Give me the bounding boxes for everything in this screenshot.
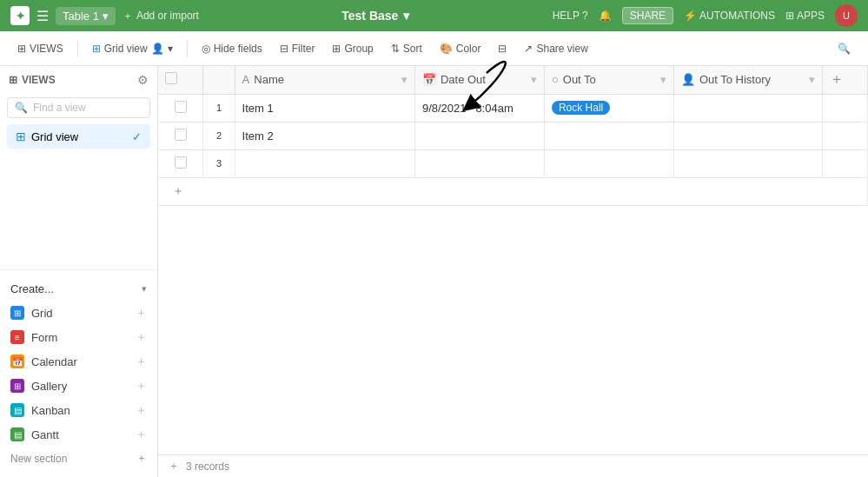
group-button[interactable]: ⊞ Group bbox=[325, 39, 380, 58]
grid-view-person-icon: 👤 bbox=[151, 43, 164, 55]
grid-footer: ＋ 3 records bbox=[158, 454, 868, 477]
th-name[interactable]: A Name ▾ bbox=[235, 66, 414, 94]
th-add-column[interactable]: ＋ bbox=[823, 66, 868, 94]
th-out-to[interactable]: ○ Out To ▾ bbox=[544, 66, 673, 94]
hamburger-icon[interactable]: ☰ bbox=[36, 8, 49, 24]
main-area: ⊞ VIEWS ⚙ 🔍 Find a view ⊞ Grid view ✓ Cr… bbox=[0, 66, 868, 477]
views-section: ⊞ Grid view ✓ bbox=[0, 122, 157, 151]
create-calendar-item[interactable]: 📅 Calendar ＋ bbox=[0, 349, 157, 374]
bell-icon: 🔔 bbox=[599, 10, 612, 22]
search-button[interactable]: 🔍 bbox=[831, 39, 858, 58]
create-grid-label: Grid bbox=[31, 307, 53, 320]
row1-checkbox[interactable] bbox=[175, 101, 187, 113]
td-out-to-3[interactable] bbox=[544, 149, 673, 177]
history-field-icon: 👤 bbox=[681, 73, 695, 86]
form-create-icon: ≡ bbox=[10, 330, 24, 344]
app-title-dropdown-icon[interactable]: ▾ bbox=[403, 9, 409, 23]
grid-view-button[interactable]: ⊞ Grid view 👤 ▾ bbox=[85, 39, 180, 58]
avatar[interactable]: U bbox=[835, 4, 858, 27]
td-name-3[interactable] bbox=[235, 149, 414, 177]
notifications-button[interactable]: 🔔 bbox=[599, 10, 612, 22]
create-gallery-item[interactable]: ⊞ Gallery ＋ bbox=[0, 374, 157, 398]
create-kanban-item[interactable]: ▤ Kanban ＋ bbox=[0, 398, 157, 422]
top-bar: ✦ ☰ Table 1 ▾ ＋ Add or import Test Base … bbox=[0, 0, 868, 31]
td-date-out-2[interactable] bbox=[414, 122, 544, 149]
color-button[interactable]: 🎨 Color bbox=[433, 39, 488, 58]
automations-button[interactable]: ⚡ AUTOMATIONS bbox=[684, 10, 775, 22]
top-bar-left: ✦ ☰ Table 1 ▾ ＋ Add or import bbox=[10, 6, 199, 25]
create-gantt-left: ▤ Gantt bbox=[10, 427, 59, 441]
table-header-row: A Name ▾ 📅 Date Out ▾ bbox=[158, 66, 868, 94]
search-view-input[interactable]: 🔍 Find a view bbox=[7, 97, 150, 118]
new-section-row[interactable]: New section ＋ bbox=[0, 447, 157, 470]
td-name-1[interactable]: Item 1 bbox=[235, 94, 414, 122]
sort-button[interactable]: ⇅ Sort bbox=[384, 39, 429, 58]
td-history-3[interactable] bbox=[673, 149, 822, 177]
create-form-item[interactable]: ≡ Form ＋ bbox=[0, 325, 157, 349]
create-gantt-item[interactable]: ▤ Gantt ＋ bbox=[0, 422, 157, 447]
share-view-button[interactable]: ↗ Share view bbox=[517, 39, 594, 58]
create-section[interactable]: Create... ▾ bbox=[0, 277, 157, 301]
add-or-import-button[interactable]: ＋ Add or import bbox=[123, 9, 199, 23]
create-label: Create... bbox=[10, 282, 54, 295]
new-section-label: New section bbox=[10, 453, 67, 465]
header-checkbox[interactable] bbox=[165, 72, 177, 84]
td-out-to-1[interactable]: Rock Hall bbox=[544, 94, 673, 122]
gantt-create-icon: ▤ bbox=[10, 427, 24, 441]
td-extra-1 bbox=[823, 94, 868, 122]
td-history-2[interactable] bbox=[673, 122, 822, 149]
plus-icon: ＋ bbox=[123, 9, 133, 23]
create-form-plus-icon: ＋ bbox=[136, 329, 147, 345]
add-column-icon[interactable]: ＋ bbox=[830, 71, 844, 86]
hide-fields-button[interactable]: ◎ Hide fields bbox=[195, 39, 269, 58]
row-height-button[interactable]: ⊟ bbox=[491, 39, 514, 58]
grid-table: A Name ▾ 📅 Date Out ▾ bbox=[158, 66, 868, 206]
td-name-2[interactable]: Item 2 bbox=[235, 122, 414, 149]
create-gantt-label: Gantt bbox=[31, 428, 59, 441]
table-tab-label: Table 1 bbox=[63, 10, 99, 23]
grid-icon: ⊞ bbox=[16, 129, 26, 143]
add-or-import-label: Add or import bbox=[136, 10, 199, 22]
td-checkbox-1[interactable] bbox=[158, 94, 203, 122]
help-button[interactable]: HELP ? bbox=[553, 10, 588, 22]
views-icon: ⊞ bbox=[17, 43, 26, 55]
views-settings-icon[interactable]: ⚙ bbox=[137, 73, 149, 87]
kanban-create-icon: ▤ bbox=[10, 403, 24, 417]
add-row-row: ＋ bbox=[158, 177, 868, 205]
td-checkbox-3[interactable] bbox=[158, 149, 203, 177]
row2-name: Item 2 bbox=[242, 129, 274, 142]
color-icon: 🎨 bbox=[440, 43, 453, 55]
create-grid-item[interactable]: ⊞ Grid ＋ bbox=[0, 301, 157, 325]
sidebar-item-grid-view[interactable]: ⊞ Grid view ✓ bbox=[7, 124, 150, 149]
th-name-label: Name bbox=[254, 73, 284, 86]
new-section-plus-icon: ＋ bbox=[136, 451, 147, 466]
apps-button[interactable]: ⊞ APPS bbox=[785, 10, 825, 22]
td-out-to-2[interactable] bbox=[544, 122, 673, 149]
th-out-to-history[interactable]: 👤 Out To History ▾ bbox=[673, 66, 822, 94]
th-date-out[interactable]: 📅 Date Out ▾ bbox=[414, 66, 544, 94]
hide-icon: ◎ bbox=[202, 43, 210, 55]
table-tab-dropdown-icon: ▾ bbox=[103, 10, 109, 23]
share-view-icon: ↗ bbox=[524, 43, 533, 55]
td-date-out-1[interactable]: 9/8/2021 8:04am bbox=[414, 94, 544, 122]
add-footer-plus[interactable]: ＋ bbox=[169, 459, 179, 474]
views-toggle-button[interactable]: ⊞ VIEWS bbox=[10, 39, 70, 58]
filter-button[interactable]: ⊟ Filter bbox=[273, 39, 322, 58]
td-checkbox-2[interactable] bbox=[158, 122, 203, 149]
table-tab[interactable]: Table 1 ▾ bbox=[56, 7, 116, 25]
row3-checkbox[interactable] bbox=[175, 156, 187, 169]
share-button[interactable]: SHARE bbox=[622, 7, 673, 24]
views-header-text: VIEWS bbox=[22, 74, 56, 86]
filter-icon: ⊟ bbox=[280, 43, 288, 55]
td-history-1[interactable] bbox=[673, 94, 822, 122]
table-row: 2 Item 2 bbox=[158, 122, 868, 149]
sidebar-bottom: Create... ▾ ⊞ Grid ＋ ≡ Form ＋ 📅 bbox=[0, 269, 157, 477]
row2-checkbox[interactable] bbox=[175, 129, 187, 141]
add-row-button[interactable]: ＋ bbox=[165, 180, 191, 201]
create-calendar-label: Calendar bbox=[31, 355, 77, 368]
row1-date-out: 9/8/2021 bbox=[422, 102, 467, 115]
table-row: 3 bbox=[158, 149, 868, 177]
app-title-area: Test Base ▾ bbox=[341, 9, 409, 23]
add-row-cell[interactable]: ＋ bbox=[158, 177, 868, 205]
td-date-out-3[interactable] bbox=[414, 149, 544, 177]
